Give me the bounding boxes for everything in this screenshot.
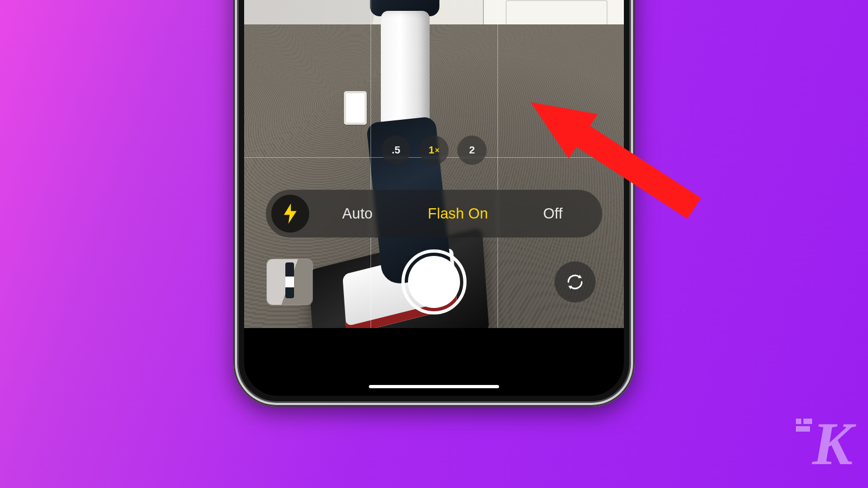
phone-screen: .5 1× 2 Auto Flash On Off [244,0,624,396]
camera-switch-button[interactable] [554,261,596,303]
phone-frame: .5 1× 2 Auto Flash On Off [233,0,635,407]
flash-option-auto[interactable]: Auto [342,206,373,222]
last-photo-thumbnail[interactable] [267,259,312,305]
zoom-label: 1 [429,144,435,156]
home-indicator[interactable] [369,385,499,388]
zoom-1x[interactable]: 1× [419,136,449,165]
zoom-label: .5 [392,144,400,156]
bolt-icon[interactable] [271,195,309,233]
flash-option-on[interactable]: Flash On [428,206,488,222]
zoom-0-5x[interactable]: .5 [381,136,411,165]
scene-outlet [344,91,367,125]
flash-options-bar: Auto Flash On Off [266,190,602,237]
shutter-button[interactable] [401,249,467,314]
camera-bottom-controls [244,249,624,336]
zoom-selector: .5 1× 2 [381,136,487,165]
zoom-2x[interactable]: 2 [457,136,487,165]
bolt-icon-svg [283,203,298,224]
camera-switch-icon [565,272,585,292]
flash-option-off[interactable]: Off [543,206,563,222]
zoom-suffix: × [435,146,439,155]
zoom-label: 2 [469,144,475,156]
watermark-glyph: K [812,410,850,477]
watermark: K [812,413,850,474]
